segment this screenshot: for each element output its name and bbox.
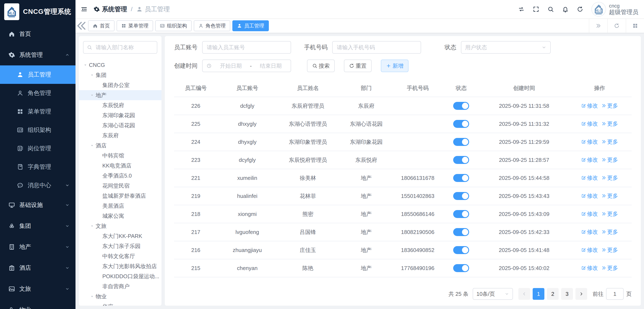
date-range-picker[interactable]: 开始日期 - 结束日期 <box>202 60 291 72</box>
page-button-2[interactable]: 2 <box>547 288 559 300</box>
edit-link[interactable]: 修改 <box>581 174 598 182</box>
more-link[interactable]: 更多 <box>601 228 618 236</box>
reset-button[interactable]: 重置 <box>344 60 372 72</box>
page-button-1[interactable]: 1 <box>533 288 544 300</box>
refresh-icon[interactable] <box>577 6 584 12</box>
tree-node[interactable]: 物业 <box>79 292 162 302</box>
sidebar-collapse-icon[interactable] <box>80 6 88 13</box>
tree-node[interactable]: 美居酒店 <box>79 201 162 211</box>
tree-node[interactable]: KK电竞酒店 <box>79 160 162 171</box>
tab-home[interactable]: 首页 <box>88 20 114 31</box>
tree-node[interactable]: 地产 <box>79 90 162 100</box>
tabs-scroll-right[interactable] <box>589 19 607 33</box>
tree-node[interactable]: 华府 <box>79 302 162 306</box>
tree-node[interactable]: 东湖印象花园 <box>79 110 162 120</box>
tree-node[interactable]: 东湖心语花园 <box>79 120 162 130</box>
more-link[interactable]: 更多 <box>601 138 618 146</box>
goto-page-input[interactable] <box>606 288 624 300</box>
user-info[interactable]: cncg 超级管理员 <box>609 3 638 16</box>
tree-node[interactable]: 东大门KK-PARK <box>79 231 162 241</box>
edit-link[interactable]: 修改 <box>581 264 598 272</box>
department-search-input[interactable] <box>95 44 154 51</box>
sidebar-item-hotel[interactable]: 酒店 <box>0 258 76 278</box>
swap-icon[interactable] <box>518 6 525 12</box>
sidebar-item-group[interactable]: 集团 <box>0 216 76 236</box>
search-icon[interactable] <box>547 6 554 12</box>
search-button[interactable]: 搜索 <box>307 60 335 72</box>
tree-node[interactable]: 非自营商户 <box>79 281 162 292</box>
sidebar-item-employee-management[interactable]: 员工管理 <box>0 66 76 84</box>
status-toggle[interactable] <box>453 264 469 272</box>
status-toggle[interactable] <box>453 156 469 164</box>
edit-link[interactable]: 修改 <box>581 246 598 254</box>
prev-page-button[interactable] <box>518 288 530 300</box>
tab-org-structure[interactable]: 组织架构 <box>155 20 192 31</box>
status-toggle[interactable] <box>453 120 469 128</box>
tree-node[interactable]: 东大门光影韩风妆拍店 <box>79 261 162 271</box>
tree-node[interactable]: 集团办公室 <box>79 80 162 90</box>
tab-menu-management[interactable]: 菜单管理 <box>116 20 153 31</box>
more-link[interactable]: 更多 <box>601 264 618 272</box>
tree-node[interactable]: POKIDDO口袋屋运动... <box>79 271 162 281</box>
sidebar-item-post-management[interactable]: 岗位管理 <box>0 139 76 158</box>
status-toggle[interactable] <box>453 228 469 236</box>
status-toggle[interactable] <box>453 192 469 200</box>
phone-input[interactable] <box>332 41 421 54</box>
status-toggle[interactable] <box>453 210 469 218</box>
tree-node[interactable]: 中韩宾馆 <box>79 150 162 160</box>
avatar[interactable]: NLG <box>591 2 606 16</box>
more-link[interactable]: 更多 <box>601 156 618 164</box>
edit-link[interactable]: 修改 <box>581 228 598 236</box>
tabs-scroll-left-icon[interactable] <box>76 19 88 33</box>
tree-node[interactable]: 文旅 <box>79 221 162 231</box>
tree-node[interactable]: 东大门亲子乐园 <box>79 241 162 251</box>
status-toggle[interactable] <box>453 102 469 110</box>
add-button[interactable]: 新增 <box>381 60 408 72</box>
sidebar-item-system-management[interactable]: 系统管理 <box>0 44 76 66</box>
sidebar-item-menu-management[interactable]: 菜单管理 <box>0 102 76 121</box>
sidebar-item-real-estate[interactable]: 地产 <box>0 236 76 258</box>
sidebar-item-property[interactable]: 物业 <box>0 299 76 309</box>
status-toggle[interactable] <box>453 174 469 182</box>
more-link[interactable]: 更多 <box>601 102 618 110</box>
sidebar-item-org-structure[interactable]: 组织架构 <box>0 121 76 139</box>
edit-link[interactable]: 修改 <box>581 138 598 146</box>
status-toggle[interactable] <box>453 138 469 146</box>
tree-node[interactable]: 中韩文化客厅 <box>79 251 162 261</box>
more-link[interactable]: 更多 <box>601 246 618 254</box>
sidebar-item-culture-tourism[interactable]: 文旅 <box>0 278 76 299</box>
sidebar-item-home[interactable]: 首页 <box>0 24 76 44</box>
tree-node[interactable]: CNCG <box>79 60 162 70</box>
edit-link[interactable]: 修改 <box>581 156 598 164</box>
tab-role-management[interactable]: 角色管理 <box>194 20 230 31</box>
bell-icon[interactable] <box>562 6 569 12</box>
more-link[interactable]: 更多 <box>601 192 618 200</box>
tree-node[interactable]: 城家公寓 <box>79 211 162 221</box>
sidebar-item-dict-management[interactable]: 字典管理 <box>0 158 76 176</box>
edit-link[interactable]: 修改 <box>581 102 598 110</box>
status-select[interactable]: 用户状态 <box>461 41 551 54</box>
tree-node[interactable]: 集团 <box>79 70 162 80</box>
tree-node[interactable]: 东辰府 <box>79 130 162 140</box>
tree-node[interactable]: 花间堂民宿 <box>79 181 162 191</box>
tree-node[interactable]: 酒店 <box>79 140 162 150</box>
tree-node[interactable]: 东辰悦府 <box>79 100 162 110</box>
more-link[interactable]: 更多 <box>601 120 618 128</box>
tree-node[interactable]: 盐城新罗舒泰酒店 <box>79 191 162 201</box>
account-input[interactable] <box>202 41 291 54</box>
status-toggle[interactable] <box>453 246 469 254</box>
sidebar-item-infrastructure[interactable]: 基础设施 <box>0 194 76 216</box>
edit-link[interactable]: 修改 <box>581 120 598 128</box>
tabs-layout[interactable] <box>626 19 644 33</box>
more-link[interactable]: 更多 <box>601 174 618 182</box>
edit-link[interactable]: 修改 <box>581 192 598 200</box>
edit-link[interactable]: 修改 <box>581 210 598 218</box>
page-button-3[interactable]: 3 <box>561 288 573 300</box>
sidebar-item-message-center[interactable]: 消息中心 <box>0 176 76 194</box>
sidebar-item-role-management[interactable]: 角色管理 <box>0 84 76 102</box>
tree-node[interactable]: 全季酒店5.0 <box>79 171 162 181</box>
fullscreen-icon[interactable] <box>533 6 539 12</box>
page-size-select[interactable]: 10条/页 <box>473 288 513 300</box>
tabs-refresh[interactable] <box>607 19 626 33</box>
tab-employee-management[interactable]: 员工管理 <box>232 20 269 31</box>
